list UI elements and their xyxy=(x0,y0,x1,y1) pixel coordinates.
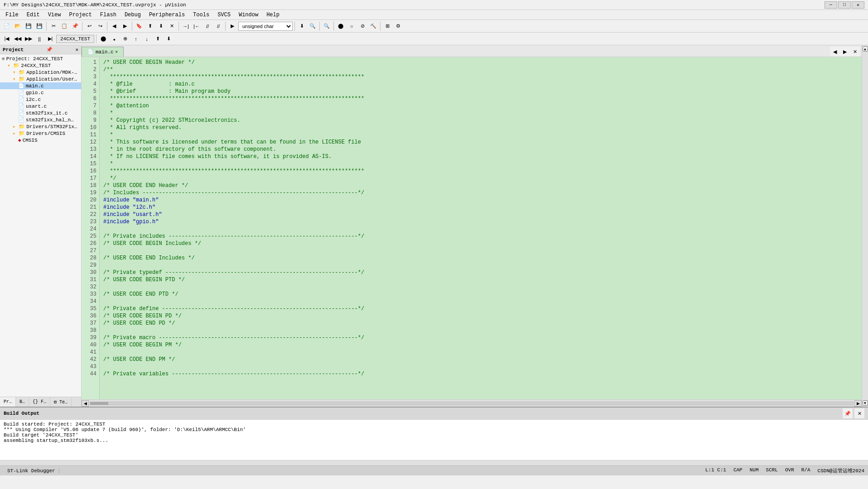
tb2-btn5[interactable]: ▶| xyxy=(45,34,55,44)
tree-item-usartc[interactable]: 📄usart.c xyxy=(0,103,81,110)
build-output-header: Build Output 📌 ✕ xyxy=(0,408,868,420)
breakpoint-button[interactable]: ⬤ xyxy=(336,21,346,31)
tree-item-i2cc[interactable]: 📄i2c.c xyxy=(0,96,81,103)
settings-button[interactable]: ⚙ xyxy=(393,21,403,31)
menu-item-debug[interactable]: Debug xyxy=(121,11,145,19)
save-button[interactable]: 💾 xyxy=(24,21,34,31)
indent-button[interactable]: →| xyxy=(181,21,191,31)
project-tab-b[interactable]: B… xyxy=(16,397,29,407)
tb2-btn9[interactable]: ↑ xyxy=(131,34,141,44)
code-content[interactable]: /* USER CODE BEGIN Header */ /** *******… xyxy=(100,57,862,399)
scrl-indicator: SCRL xyxy=(766,467,778,474)
project-tab-f[interactable]: {} F… xyxy=(29,397,50,407)
tree-item-cmsis[interactable]: ◆CMSIS xyxy=(0,137,81,144)
clear-bp-button[interactable]: ○ xyxy=(347,21,357,31)
sep3 xyxy=(107,22,107,31)
nav-back-button[interactable]: ◀ xyxy=(109,21,119,31)
tree-item-gpioc[interactable]: 📄gpio.c xyxy=(0,89,81,96)
bookmark-next-button[interactable]: ⬇ xyxy=(156,21,166,31)
new-file-button[interactable]: 📄 xyxy=(2,21,12,31)
tb2-btn8[interactable]: ⊕ xyxy=(120,34,130,44)
project-tab-pr[interactable]: Pr… xyxy=(0,397,16,407)
menu-item-help[interactable]: Help xyxy=(263,11,283,19)
tree-item-applicationmdka[interactable]: ▾ 📁Application/MDK-A… xyxy=(0,69,81,76)
tb2-btn11[interactable]: ⬆ xyxy=(153,34,163,44)
code-editor[interactable]: 1 2 3 4 5 6 7 8 9 10 11 12 13 14 15 16 1… xyxy=(82,57,862,399)
menu-item-tools[interactable]: Tools xyxy=(189,11,213,19)
clear-bookmarks-button[interactable]: ✕ xyxy=(167,21,177,31)
paste-button[interactable]: 📌 xyxy=(70,21,80,31)
tree-item-project24cxxtest[interactable]: ⊕Project: 24CXX_TEST xyxy=(0,55,81,62)
bookmark-prev-button[interactable]: ⬆ xyxy=(145,21,155,31)
tb2-btn4[interactable]: || xyxy=(34,34,44,44)
bookmark-button[interactable]: 🔖 xyxy=(134,21,144,31)
titlebar: F:\MY Designs\24CXX_TEST\MDK-ARM\24CXX_T… xyxy=(0,0,868,10)
menu-item-window[interactable]: Window xyxy=(235,11,262,19)
editor-tab-mainc[interactable]: 📄 main.c ✕ xyxy=(82,47,124,57)
menu-item-file[interactable]: File xyxy=(2,11,22,19)
tb2-btn10[interactable]: ↓ xyxy=(142,34,152,44)
horizontal-scrollbar[interactable]: ◀ ▶ xyxy=(82,399,862,407)
tab-nav-right[interactable]: ▶ xyxy=(840,47,850,57)
comment-button[interactable]: // xyxy=(203,21,212,31)
menu-item-peripherals[interactable]: Peripherals xyxy=(145,11,188,19)
hscroll-track[interactable] xyxy=(90,402,854,405)
type-combo[interactable]: unsigned char xyxy=(238,22,293,31)
unindent-button[interactable]: |← xyxy=(192,21,202,31)
redo-button[interactable]: ↪ xyxy=(95,21,105,31)
menu-item-svcs[interactable]: SVCS xyxy=(214,11,234,19)
cut-button[interactable]: ✂ xyxy=(48,21,58,31)
menu-item-project[interactable]: Project xyxy=(65,11,95,19)
undo-button[interactable]: ↩ xyxy=(84,21,94,31)
watermark: CSDN@运管运维2024 xyxy=(818,467,864,474)
project-close-icon[interactable]: ✕ xyxy=(75,47,78,53)
tree-item-applicationuserco[interactable]: ▾ 📁Application/User/Co… xyxy=(0,76,81,82)
tree-item-stm32f1xxhaln[interactable]: 📄stm32f1xx_hal_n… xyxy=(0,116,81,123)
tb2-btn6[interactable]: ⬤ xyxy=(98,34,108,44)
tab-nav-left[interactable]: ◀ xyxy=(830,47,840,57)
nav-fwd-button[interactable]: ▶ xyxy=(120,21,130,31)
tb2-btn3[interactable]: ▶▶ xyxy=(24,34,34,44)
tb2-btn1[interactable]: |◀ xyxy=(2,34,12,44)
copy-button[interactable]: 📋 xyxy=(59,21,69,31)
tab-close-icon[interactable]: ✕ xyxy=(116,49,118,54)
right-nav-down[interactable]: ▼ xyxy=(863,400,868,406)
disable-bp-button[interactable]: ⊘ xyxy=(357,21,367,31)
tree-item-driverscmsis[interactable]: ▸ 📁Drivers/CMSIS xyxy=(0,130,81,137)
tb2-btn7[interactable]: ⬥ xyxy=(109,34,119,44)
hscroll-left[interactable]: ◀ xyxy=(82,400,89,407)
project-pin-icon[interactable]: 📌 xyxy=(46,47,53,53)
editor-tabs: 📄 main.c ✕ ◀ ▶ ✕ xyxy=(82,45,862,57)
build-output-pin[interactable]: 📌 xyxy=(843,408,853,418)
tab-close-all[interactable]: ✕ xyxy=(850,47,860,57)
cursor-position: L:1 C:1 xyxy=(705,467,726,474)
build-button[interactable]: 🔨 xyxy=(368,21,378,31)
tree-item-driversstm32f1xx[interactable]: ▸ 📁Drivers/STM32F1xx… xyxy=(0,123,81,130)
tree-item-mainc[interactable]: 📄main.c xyxy=(0,82,81,89)
build-hscrollbar[interactable] xyxy=(0,460,868,465)
load-button[interactable]: ⬇ xyxy=(297,21,307,31)
compile-button[interactable]: ▶ xyxy=(227,21,237,31)
right-nav-up[interactable]: ▲ xyxy=(863,46,868,52)
hscroll-right[interactable]: ▶ xyxy=(854,400,862,407)
zoom-button[interactable]: 🔍 xyxy=(322,21,332,31)
menu-item-flash[interactable]: Flash xyxy=(96,11,120,19)
save-all-button[interactable]: 💾 xyxy=(34,21,44,31)
tb2-btn2[interactable]: ◀◀ xyxy=(13,34,23,44)
uncomment-button[interactable]: // xyxy=(213,21,223,31)
tb2-btn12[interactable]: ⬇ xyxy=(164,34,174,44)
build-output-close[interactable]: ✕ xyxy=(854,408,864,418)
open-button[interactable]: 📂 xyxy=(13,21,23,31)
window-layout-button[interactable]: ⊞ xyxy=(382,21,392,31)
tree-item-24cxxtest[interactable]: ▾ 📁24CXX_TEST xyxy=(0,62,81,69)
menu-item-edit[interactable]: Edit xyxy=(23,11,43,19)
menu-item-view[interactable]: View xyxy=(44,11,65,19)
minimize-button[interactable]: — xyxy=(825,1,837,9)
maximize-button[interactable]: □ xyxy=(838,1,851,9)
debug-button[interactable]: 🔍 xyxy=(308,21,318,31)
hscroll-thumb[interactable] xyxy=(90,402,108,405)
tree-item-stm32f1xxitc[interactable]: 📄stm32f1xx_it.c xyxy=(0,110,81,116)
build-output-label: Build Output xyxy=(4,411,39,416)
project-tab-te[interactable]: ⊞ Te… xyxy=(50,397,72,407)
close-button[interactable]: ✕ xyxy=(852,1,864,9)
